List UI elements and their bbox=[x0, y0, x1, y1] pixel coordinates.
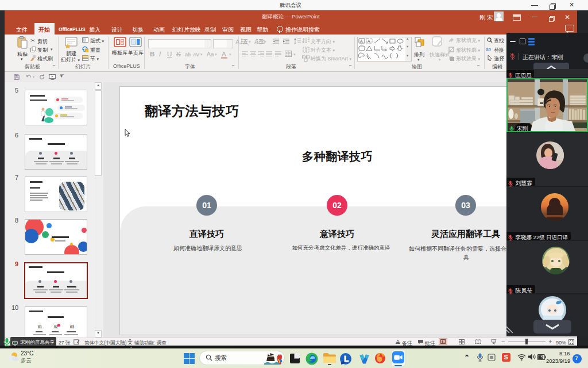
svg-text:A: A bbox=[368, 39, 370, 43]
svg-text:A: A bbox=[360, 39, 363, 43]
